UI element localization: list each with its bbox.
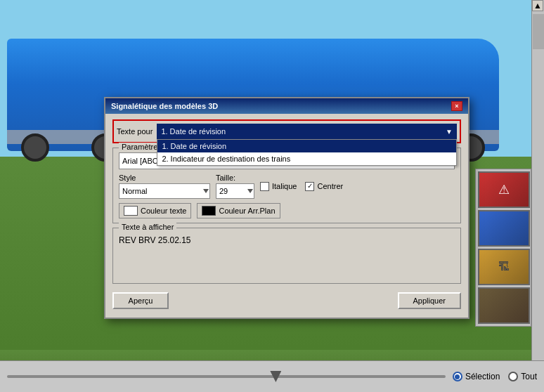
texte-pour-label: Texte pour (117, 127, 153, 136)
texte-pour-arrow: ▼ (446, 128, 453, 136)
slider-track[interactable] (7, 375, 446, 378)
dialog-content: Texte pour 1. Date de révision ▼ 1. Date… (105, 114, 468, 318)
slider-container (7, 375, 446, 378)
texte-pour-value: 1. Date de révision (161, 127, 446, 136)
radio-tout-label: Tout (521, 372, 537, 381)
texte-pour-row: Texte pour 1. Date de révision ▼ 1. Date… (112, 119, 461, 143)
style-label: Style (119, 174, 210, 182)
close-button[interactable]: × (451, 101, 462, 111)
center-checkbox-item[interactable]: ✓ Centrer (305, 182, 343, 191)
size-dropdown-wrapper: 29 (216, 183, 254, 199)
apercu-button[interactable]: Aperçu (112, 292, 169, 309)
center-checkbox[interactable]: ✓ (305, 182, 314, 191)
color-text-swatch (124, 206, 138, 216)
style-size-row: Style Normal Taille: 29 (119, 174, 455, 199)
color-bg-label: Couleur Arr.Plan (219, 207, 275, 215)
italic-label: Italique (272, 182, 297, 190)
sidebar-thumb-3[interactable]: 🏗 (478, 249, 530, 285)
style-dropdown[interactable]: Normal (119, 183, 210, 199)
dialog-title: Signalétique des modèles 3D (111, 102, 218, 110)
size-group: Taille: 29 (216, 174, 254, 199)
color-bg-button[interactable]: Couleur Arr.Plan (197, 203, 280, 218)
size-dropdown[interactable]: 29 (216, 183, 254, 199)
radio-selection-circle[interactable] (453, 372, 462, 381)
color-buttons-row: Couleur texte Couleur Arr.Plan (119, 203, 455, 218)
center-label: Centrer (317, 182, 343, 190)
radio-tout[interactable]: Tout (508, 372, 537, 381)
scrollbar-thumb[interactable] (533, 14, 544, 49)
bottom-bar: Sélection Tout (0, 360, 544, 392)
appliquer-button[interactable]: Appliquer (398, 292, 461, 309)
radio-tout-circle[interactable] (508, 372, 518, 381)
texte-afficher-content: REV BRV 25.02.15 (119, 233, 455, 248)
color-bg-swatch (202, 206, 216, 216)
style-dropdown-wrapper: Normal (119, 183, 210, 199)
style-group: Style Normal (119, 174, 210, 199)
dialog-titlebar: Signalétique des modèles 3D × (105, 98, 468, 114)
texte-pour-dropdown-container: 1. Date de révision ▼ 1. Date de révisio… (157, 124, 457, 139)
wheel-1 (21, 133, 49, 162)
dropdown-option-1[interactable]: 1. Date de révision (157, 140, 456, 152)
color-text-label: Couleur texte (141, 207, 186, 215)
radio-selection-label: Sélection (465, 372, 500, 381)
scrollbar-up-arrow[interactable]: ▲ (532, 0, 543, 11)
radio-selection[interactable]: Sélection (453, 372, 500, 381)
sidebar-thumb-4[interactable] (478, 287, 530, 324)
size-label: Taille: (216, 174, 254, 182)
sidebar-thumb-2[interactable] (478, 210, 530, 247)
color-text-button[interactable]: Couleur texte (119, 203, 191, 218)
sidebar: ⚠ 🏗 (475, 169, 531, 327)
scrollbar-right[interactable]: ▲ ▼ (531, 0, 544, 392)
radio-selection-dot (455, 374, 460, 379)
sidebar-thumb-1[interactable]: ⚠ (478, 171, 530, 208)
radio-group: Sélection Tout (453, 372, 537, 381)
dropdown-option-2[interactable]: 2. Indicateur de destination des trains (157, 152, 456, 165)
dialog-signalétique: Signalétique des modèles 3D × Texte pour… (104, 97, 469, 319)
texte-afficher-legend: Texte à afficher (119, 223, 176, 231)
italic-checkbox-item[interactable]: Italique (260, 182, 297, 191)
italic-checkbox[interactable] (260, 182, 269, 191)
texte-afficher-section: Texte à afficher REV BRV 25.02.15 (112, 228, 461, 284)
slider-thumb[interactable] (270, 371, 281, 382)
options-group: Italique ✓ Centrer (260, 182, 455, 191)
texte-pour-dropdown[interactable]: 1. Date de révision ▼ (157, 124, 457, 139)
texte-pour-dropdown-list: 1. Date de révision 2. Indicateur de des… (157, 139, 457, 166)
dialog-buttons: Aperçu Appliquer (112, 289, 461, 312)
